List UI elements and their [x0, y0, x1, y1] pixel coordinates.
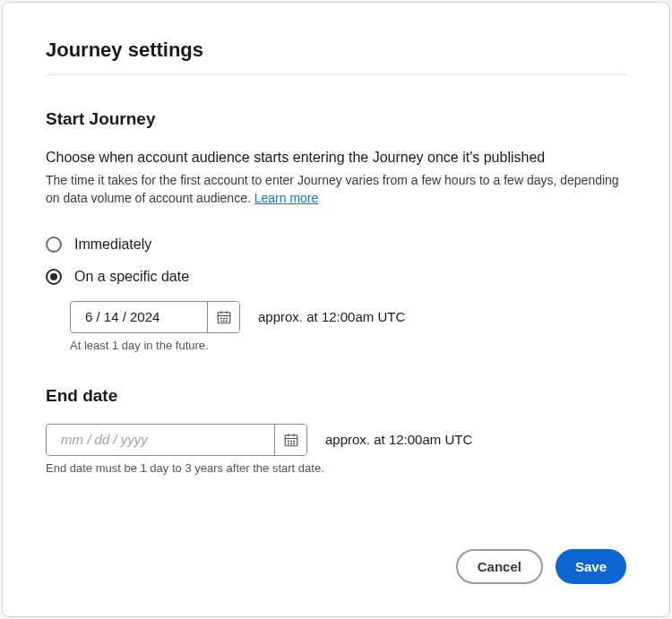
svg-point-17: [288, 443, 289, 444]
calendar-icon: [283, 432, 299, 448]
calendar-icon: [216, 309, 232, 325]
svg-point-4: [220, 318, 221, 319]
cancel-button[interactable]: Cancel: [456, 549, 543, 584]
radio-specific-date-label: On a specific date: [74, 269, 189, 285]
svg-point-16: [293, 441, 294, 442]
start-journey-heading: Start Journey: [46, 109, 626, 129]
radio-specific-date[interactable]: On a specific date: [46, 269, 626, 285]
svg-point-15: [290, 441, 291, 442]
dialog-footer: Cancel Save: [46, 524, 626, 584]
start-date-approx-label: approx. at 12:00am UTC: [258, 309, 405, 324]
end-date-calendar-button[interactable]: [274, 425, 306, 455]
start-journey-description: Choose when account audience starts ente…: [46, 147, 626, 168]
start-date-field[interactable]: 6 / 14 / 2024: [70, 301, 240, 333]
radio-immediately-label: Immediately: [74, 236, 151, 253]
svg-point-18: [290, 443, 291, 444]
radio-icon-selected: [46, 269, 62, 285]
start-date-input[interactable]: 6 / 14 / 2024: [71, 302, 207, 332]
svg-point-14: [288, 441, 289, 442]
start-date-calendar-button[interactable]: [207, 302, 239, 332]
svg-point-9: [226, 321, 227, 322]
start-journey-hint: The time it takes for the first account …: [46, 171, 626, 208]
radio-immediately[interactable]: Immediately: [46, 236, 626, 253]
start-date-hint: At least 1 day in the future.: [70, 339, 626, 352]
end-date-heading: End date: [46, 386, 626, 406]
svg-point-19: [293, 443, 294, 444]
learn-more-link[interactable]: Learn more: [254, 191, 319, 205]
radio-icon: [46, 236, 62, 253]
end-date-hint: End date must be 1 day to 3 years after …: [46, 461, 626, 475]
save-button[interactable]: Save: [556, 549, 626, 584]
dialog-title: Journey settings: [46, 39, 626, 75]
end-date-field[interactable]: mm / dd / yyyy: [46, 424, 307, 456]
start-timing-radio-group: Immediately On a specific date 6 / 14 / …: [46, 236, 626, 352]
svg-point-7: [220, 321, 221, 322]
svg-point-5: [223, 318, 224, 319]
journey-settings-dialog: Journey settings Start Journey Choose wh…: [2, 2, 670, 617]
svg-point-8: [223, 321, 224, 322]
end-date-input[interactable]: mm / dd / yyyy: [47, 425, 274, 455]
svg-point-6: [226, 318, 227, 319]
start-journey-hint-text: The time it takes for the first account …: [46, 173, 619, 205]
end-date-approx-label: approx. at 12:00am UTC: [325, 432, 472, 447]
